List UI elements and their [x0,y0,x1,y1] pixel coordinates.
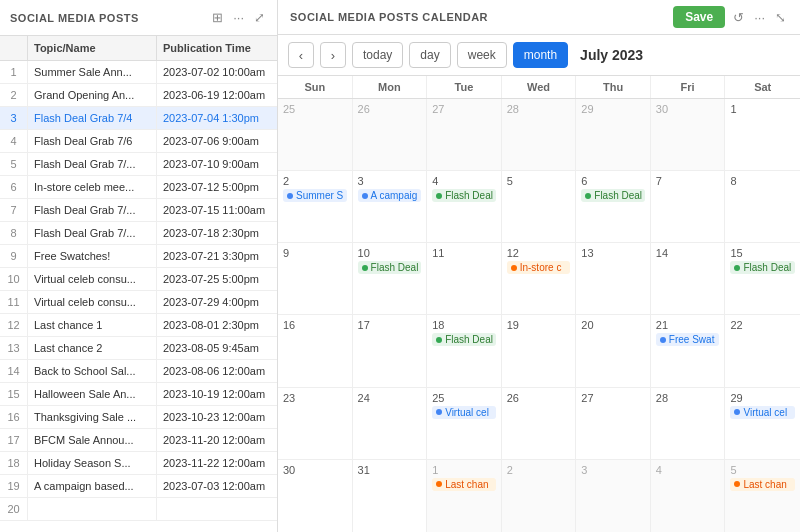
prev-month-button[interactable]: ‹ [288,42,314,68]
calendar-day[interactable]: 18Flash Deal [427,315,502,386]
calendar-day[interactable]: 26 [502,388,577,459]
table-row[interactable]: 9 Free Swatches! 2023-07-21 3:30pm [0,245,277,268]
calendar-day[interactable]: 16 [278,315,353,386]
day-view-button[interactable]: day [409,42,450,68]
calendar-day[interactable]: 1 [725,99,800,170]
event-label: In-store c [520,262,562,273]
event-chip[interactable]: Virtual cel [730,406,795,419]
table-row[interactable]: 4 Flash Deal Grab 7/6 2023-07-06 9:00am [0,130,277,153]
event-chip[interactable]: Virtual cel [432,406,496,419]
calendar-day[interactable]: 27 [427,99,502,170]
table-row[interactable]: 16 Thanksgiving Sale ... 2023-10-23 12:0… [0,406,277,429]
calendar-day[interactable]: 17 [353,315,428,386]
calendar-day[interactable]: 28 [651,388,726,459]
event-chip[interactable]: Last chan [730,478,795,491]
calendar-day[interactable]: 26 [353,99,428,170]
calendar-day[interactable]: 28 [502,99,577,170]
table-row[interactable]: 18 Holiday Season S... 2023-11-22 12:00a… [0,452,277,475]
calendar-day[interactable]: 29Virtual cel [725,388,800,459]
table-row[interactable]: 13 Last chance 2 2023-08-05 9:45am [0,337,277,360]
day-number: 19 [507,319,571,331]
table-row[interactable]: 6 In-store celeb mee... 2023-07-12 5:00p… [0,176,277,199]
table-row[interactable]: 12 Last chance 1 2023-08-01 2:30pm [0,314,277,337]
table-row[interactable]: 5 Flash Deal Grab 7/... 2023-07-10 9:00a… [0,153,277,176]
day-header: Wed [502,76,577,98]
calendar-day[interactable]: 4Flash Deal [427,171,502,242]
calendar-day[interactable]: 22 [725,315,800,386]
calendar-day[interactable]: 5Last chan [725,460,800,532]
calendar-day[interactable]: 1Last chan [427,460,502,532]
calendar-day[interactable]: 9 [278,243,353,314]
calendar-day[interactable]: 3A campaig [353,171,428,242]
undo-icon[interactable]: ↺ [731,8,746,27]
calendar-day[interactable]: 24 [353,388,428,459]
table-row[interactable]: 3 Flash Deal Grab 7/4 2023-07-04 1:30pm [0,107,277,130]
calendar-day[interactable]: 3 [576,460,651,532]
calendar-day[interactable]: 30 [651,99,726,170]
calendar-day[interactable]: 30 [278,460,353,532]
row-name: Flash Deal Grab 7/6 [28,130,157,152]
table-row[interactable]: 11 Virtual celeb consu... 2023-07-29 4:0… [0,291,277,314]
calendar-day[interactable]: 14 [651,243,726,314]
table-row[interactable]: 7 Flash Deal Grab 7/... 2023-07-15 11:00… [0,199,277,222]
calendar-day[interactable]: 25 [278,99,353,170]
save-button[interactable]: Save [673,6,725,28]
collapse-right-icon[interactable]: ⤡ [773,8,788,27]
event-chip[interactable]: Flash Deal [581,189,645,202]
calendar-day[interactable]: 25Virtual cel [427,388,502,459]
table-row[interactable]: 2 Grand Opening An... 2023-06-19 12:00am [0,84,277,107]
calendar-day[interactable]: 10Flash Deal [353,243,428,314]
expand-icon[interactable]: ⤢ [252,8,267,27]
event-chip[interactable]: Free Swat [656,333,720,346]
calendar-day[interactable]: 7 [651,171,726,242]
row-time: 2023-07-04 1:30pm [157,107,277,129]
calendar-day[interactable]: 27 [576,388,651,459]
calendar-day[interactable]: 20 [576,315,651,386]
table-row[interactable]: 20 [0,498,277,521]
table-row[interactable]: 1 Summer Sale Ann... 2023-07-02 10:00am [0,61,277,84]
day-number: 1 [432,464,496,476]
row-name: BFCM Sale Annou... [28,429,157,451]
table-row[interactable]: 8 Flash Deal Grab 7/... 2023-07-18 2:30p… [0,222,277,245]
table-row[interactable]: 10 Virtual celeb consu... 2023-07-25 5:0… [0,268,277,291]
today-button[interactable]: today [352,42,403,68]
month-view-button[interactable]: month [513,42,568,68]
calendar-day[interactable]: 19 [502,315,577,386]
more-right-icon[interactable]: ··· [752,8,767,27]
calendar-day[interactable]: 31 [353,460,428,532]
event-chip[interactable]: Last chan [432,478,496,491]
calendar-day[interactable]: 4 [651,460,726,532]
event-chip[interactable]: In-store c [507,261,571,274]
event-chip[interactable]: Summer S [283,189,347,202]
table-row[interactable]: 15 Halloween Sale An... 2023-10-19 12:00… [0,383,277,406]
calendar-day[interactable]: 6Flash Deal [576,171,651,242]
calendar-day[interactable]: 8 [725,171,800,242]
calendar-day[interactable]: 13 [576,243,651,314]
calendar-day[interactable]: 15Flash Deal [725,243,800,314]
calendar-day[interactable]: 21Free Swat [651,315,726,386]
row-time: 2023-07-03 12:00am [157,475,277,497]
calendar-day[interactable]: 11 [427,243,502,314]
table-row[interactable]: 19 A campaign based... 2023-07-03 12:00a… [0,475,277,498]
event-chip[interactable]: Flash Deal [432,333,496,346]
row-time: 2023-07-15 11:00am [157,199,277,221]
table-row[interactable]: 17 BFCM Sale Annou... 2023-11-20 12:00am [0,429,277,452]
calendar-day[interactable]: 12In-store c [502,243,577,314]
event-chip[interactable]: Flash Deal [358,261,422,274]
calendar-day[interactable]: 5 [502,171,577,242]
week-view-button[interactable]: week [457,42,507,68]
calendar-day[interactable]: 23 [278,388,353,459]
event-chip[interactable]: A campaig [358,189,422,202]
event-chip[interactable]: Flash Deal [432,189,496,202]
row-time [157,498,277,520]
row-name: Virtual celeb consu... [28,291,157,313]
event-chip[interactable]: Flash Deal [730,261,795,274]
calendar-day[interactable]: 2Summer S [278,171,353,242]
next-month-button[interactable]: › [320,42,346,68]
table-row[interactable]: 14 Back to School Sal... 2023-08-06 12:0… [0,360,277,383]
event-label: Flash Deal [594,190,642,201]
filter-icon[interactable]: ⊞ [210,8,225,27]
calendar-day[interactable]: 2 [502,460,577,532]
calendar-day[interactable]: 29 [576,99,651,170]
more-icon[interactable]: ··· [231,8,246,27]
